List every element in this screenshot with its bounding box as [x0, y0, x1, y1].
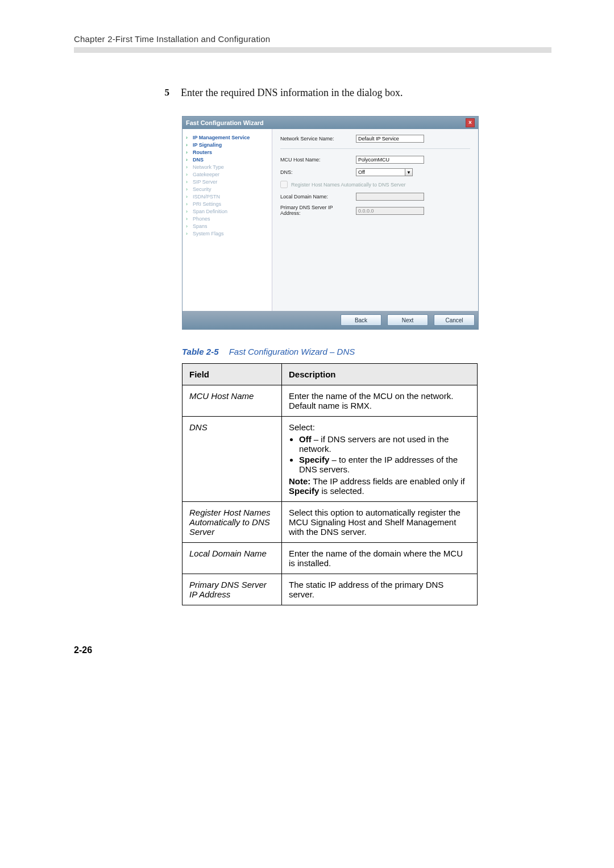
- table-desc-cell: Select: Off – if DNS servers are not use…: [282, 417, 478, 502]
- mcu-host-label: MCU Host Name:: [280, 157, 351, 163]
- table-header-description: Description: [282, 364, 478, 385]
- chevron-right-icon: ›: [186, 216, 190, 222]
- sidebar-item-label: Network Type: [193, 164, 224, 170]
- mcu-host-input[interactable]: [356, 156, 424, 164]
- chevron-right-icon: ›: [186, 149, 190, 155]
- chevron-right-icon: ›: [186, 164, 190, 170]
- wizard-titlebar: Fast Configuration Wizard ×: [182, 117, 478, 129]
- dns-label: DNS:: [280, 169, 351, 175]
- sidebar-item[interactable]: ›Span Definition: [186, 207, 268, 215]
- chapter-header: Chapter 2-First Time Installation and Co…: [74, 34, 551, 44]
- wizard-title-text: Fast Configuration Wizard: [186, 119, 264, 126]
- chevron-right-icon: ›: [186, 186, 190, 192]
- sidebar-item[interactable]: ›Routers: [186, 148, 268, 156]
- sidebar-item[interactable]: ›IP Management Service: [186, 134, 268, 141]
- register-host-checkbox-label: Register Host Names Automatically to DNS…: [291, 182, 406, 188]
- sidebar-item-label: ISDN/PSTN: [193, 194, 220, 200]
- table-row: Register Host Names Automatically to DNS…: [182, 502, 478, 543]
- sidebar-item-label: SIP Server: [193, 179, 217, 185]
- chevron-right-icon: ›: [186, 172, 190, 177]
- step-number: 5: [159, 87, 169, 99]
- table-field-cell: Primary DNS Server IP Address: [182, 574, 282, 605]
- chevron-right-icon: ›: [186, 194, 190, 200]
- sidebar-item-label: DNS: [193, 157, 204, 163]
- sidebar-item[interactable]: ›System Flags: [186, 230, 268, 237]
- chevron-right-icon: ›: [186, 179, 190, 185]
- local-domain-input[interactable]: [356, 193, 424, 201]
- table-row: Local Domain Name Enter the name of the …: [182, 543, 478, 574]
- next-button[interactable]: Next: [387, 314, 428, 326]
- wizard-divider: [280, 148, 470, 149]
- local-domain-label: Local Domain Name:: [280, 194, 351, 200]
- chevron-right-icon: ›: [186, 135, 190, 140]
- table-row: Primary DNS Server IP Address The static…: [182, 574, 478, 605]
- primary-dns-input[interactable]: [356, 207, 424, 215]
- chevron-right-icon: ›: [186, 231, 190, 236]
- register-host-checkbox[interactable]: [280, 181, 288, 188]
- sidebar-item[interactable]: ›IP Signaling: [186, 141, 268, 148]
- sidebar-item-label: System Flags: [193, 231, 224, 236]
- step-instruction: Enter the required DNS information in th…: [181, 87, 403, 99]
- sidebar-item[interactable]: ›Phones: [186, 215, 268, 222]
- table-desc-cell: Enter the name of the MCU on the network…: [282, 385, 478, 417]
- wizard-main-panel: Network Service Name: MCU Host Name: DNS…: [272, 129, 478, 311]
- sidebar-item-label: Routers: [193, 149, 212, 155]
- table-header-field: Field: [182, 364, 282, 385]
- table-desc-cell: The static IP address of the primary DNS…: [282, 574, 478, 605]
- dns-select[interactable]: ▼: [356, 168, 413, 176]
- dns-field-description-table: Field Description MCU Host Name Enter th…: [182, 363, 478, 605]
- sidebar-item[interactable]: ›ISDN/PSTN: [186, 193, 268, 200]
- sidebar-item-label: IP Management Service: [193, 135, 250, 140]
- chevron-right-icon: ›: [186, 201, 190, 207]
- chevron-right-icon: ›: [186, 157, 190, 163]
- list-item: Off – if DNS servers are not used in the…: [299, 434, 470, 454]
- dns-select-value[interactable]: [356, 168, 405, 176]
- sidebar-item-label: Span Definition: [193, 209, 227, 214]
- table-field-cell: DNS: [182, 417, 282, 502]
- table-caption: Table 2-5 Fast Configuration Wizard – DN…: [182, 347, 551, 356]
- chevron-down-icon[interactable]: ▼: [405, 168, 413, 176]
- sidebar-item-label: PRI Settings: [193, 201, 221, 207]
- dns-intro: Select:: [289, 422, 315, 432]
- chevron-right-icon: ›: [186, 223, 190, 229]
- chevron-right-icon: ›: [186, 142, 190, 148]
- table-desc-cell: Enter the name of the domain where the M…: [282, 543, 478, 574]
- cancel-button[interactable]: Cancel: [434, 314, 475, 326]
- sidebar-item[interactable]: ›Network Type: [186, 163, 268, 171]
- primary-dns-label: Primary DNS Server IP Address:: [280, 205, 351, 217]
- fast-config-wizard-dialog: Fast Configuration Wizard × ›IP Manageme…: [182, 116, 479, 330]
- table-field-cell: Local Domain Name: [182, 543, 282, 574]
- table-field-cell: MCU Host Name: [182, 385, 282, 417]
- sidebar-item[interactable]: ›PRI Settings: [186, 200, 268, 207]
- sidebar-item[interactable]: ›Security: [186, 185, 268, 193]
- network-service-label: Network Service Name:: [280, 136, 351, 142]
- page-number: 2-26: [74, 645, 551, 655]
- sidebar-item[interactable]: ›SIP Server: [186, 178, 268, 185]
- chevron-right-icon: ›: [186, 209, 190, 214]
- list-item: Specify – to enter the IP addresses of t…: [299, 455, 470, 474]
- close-icon[interactable]: ×: [466, 118, 475, 127]
- table-desc-cell: Select this option to automatically regi…: [282, 502, 478, 543]
- table-caption-label: Table 2-5: [182, 347, 218, 356]
- header-divider: [74, 47, 551, 53]
- wizard-sidebar: ›IP Management Service›IP Signaling›Rout…: [182, 129, 272, 311]
- sidebar-item-label: Security: [193, 186, 211, 192]
- sidebar-item-label: Spans: [193, 223, 208, 229]
- sidebar-item-label: Phones: [193, 216, 210, 222]
- table-row: DNS Select: Off – if DNS servers are not…: [182, 417, 478, 502]
- sidebar-item-label: Gatekeeper: [193, 172, 219, 177]
- table-caption-text: Fast Configuration Wizard – DNS: [229, 347, 355, 356]
- sidebar-item[interactable]: ›DNS: [186, 156, 268, 163]
- sidebar-item-label: IP Signaling: [193, 142, 222, 148]
- table-row: MCU Host Name Enter the name of the MCU …: [182, 385, 478, 417]
- sidebar-item[interactable]: ›Spans: [186, 222, 268, 230]
- wizard-footer: Back Next Cancel: [182, 311, 478, 329]
- table-field-cell: Register Host Names Automatically to DNS…: [182, 502, 282, 543]
- network-service-input[interactable]: [356, 135, 424, 143]
- sidebar-item[interactable]: ›Gatekeeper: [186, 171, 268, 178]
- back-button[interactable]: Back: [341, 314, 381, 326]
